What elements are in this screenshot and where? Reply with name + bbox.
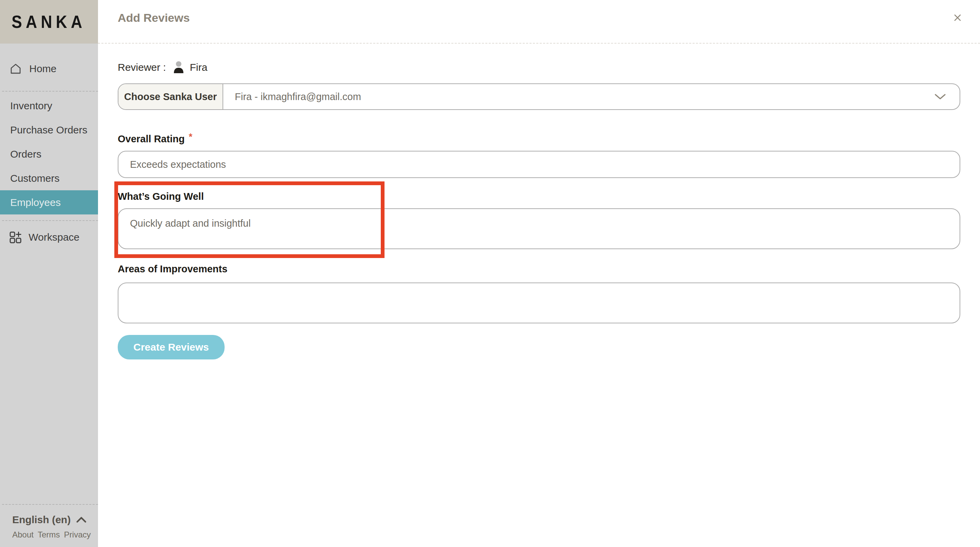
sidebar-item-inventory[interactable]: Inventory <box>0 94 98 118</box>
sidebar-item-label: Home <box>29 63 56 75</box>
person-icon <box>173 61 185 74</box>
language-label: English (en) <box>12 514 71 526</box>
areas-of-improvements-label: Areas of Improvements <box>118 262 960 275</box>
sidebar-item-workspace[interactable]: Workspace <box>0 226 98 248</box>
about-link[interactable]: About <box>12 530 34 539</box>
privacy-link[interactable]: Privacy <box>64 530 91 539</box>
sanka-user-select[interactable]: Fira - ikmaghfira@gmail.com <box>223 84 959 109</box>
sidebar-item-customers[interactable]: Customers <box>0 166 98 190</box>
add-reviews-form: Reviewer : Fira Choose Sanka User Fira -… <box>98 61 980 359</box>
sidebar-item-label: Orders <box>10 148 41 160</box>
whats-going-well-textarea[interactable]: Quickly adapt and insightful <box>118 208 960 249</box>
close-icon <box>953 13 963 23</box>
sidebar-item-label: Employees <box>10 197 60 208</box>
areas-of-improvements-textarea[interactable] <box>118 282 960 324</box>
label-text: Overall Rating <box>118 134 185 145</box>
sidebar-nav: Inventory Purchase Orders Orders Custome… <box>0 94 98 214</box>
panel-header: Add Reviews <box>98 0 980 43</box>
sidebar-footer: English (en) About Terms Privacy <box>0 504 98 547</box>
workspace-icon <box>9 231 22 244</box>
terms-link[interactable]: Terms <box>38 530 60 539</box>
close-button[interactable] <box>950 10 965 25</box>
sidebar-item-home[interactable]: Home <box>0 58 98 79</box>
choose-sanka-user-button[interactable]: Choose Sanka User <box>118 84 223 109</box>
whats-going-well-label: What’s Going Well <box>118 190 960 203</box>
sidebar-item-label: Customers <box>10 172 60 184</box>
label-text: What’s Going Well <box>118 191 204 202</box>
page-title: Add Reviews <box>118 10 190 25</box>
sidebar-divider <box>2 504 98 505</box>
sidebar-divider <box>2 220 98 221</box>
sidebar-item-label: Workspace <box>29 231 80 243</box>
reviewer-label: Reviewer : <box>118 62 166 73</box>
sidebar-item-label: Inventory <box>10 100 52 112</box>
overall-rating-label: Overall Rating * <box>118 132 960 145</box>
sidebar-item-purchase-orders[interactable]: Purchase Orders <box>0 118 98 142</box>
selected-user-value: Fira - ikmaghfira@gmail.com <box>235 91 361 102</box>
home-icon <box>10 63 22 75</box>
language-selector[interactable]: English (en) <box>12 514 98 526</box>
brand-logo[interactable]: SANKA <box>11 11 86 32</box>
chevron-up-icon <box>76 517 86 523</box>
sidebar-divider <box>2 91 98 92</box>
chevron-down-icon <box>934 94 946 100</box>
sidebar-item-label: Purchase Orders <box>10 124 88 136</box>
overall-rating-input[interactable] <box>118 151 960 178</box>
footer-links: About Terms Privacy <box>12 530 98 539</box>
required-asterisk: * <box>189 132 192 142</box>
reviewer-name: Fira <box>190 62 208 73</box>
sanka-user-field: Choose Sanka User Fira - ikmaghfira@gmai… <box>118 83 960 110</box>
create-reviews-button[interactable]: Create Reviews <box>118 335 224 359</box>
reviewer-row: Reviewer : Fira <box>118 61 960 74</box>
logo-block[interactable]: SANKA <box>0 0 98 43</box>
sidebar-item-orders[interactable]: Orders <box>0 142 98 166</box>
sidebar: SANKA Home Inventory Purchase Orders Ord… <box>0 0 98 547</box>
label-text: Areas of Improvements <box>118 263 227 275</box>
app-window: SANKA Home Inventory Purchase Orders Ord… <box>0 0 980 359</box>
sidebar-item-employees[interactable]: Employees <box>0 190 98 214</box>
main-panel: Add Reviews Reviewer : Fira <box>98 0 980 359</box>
